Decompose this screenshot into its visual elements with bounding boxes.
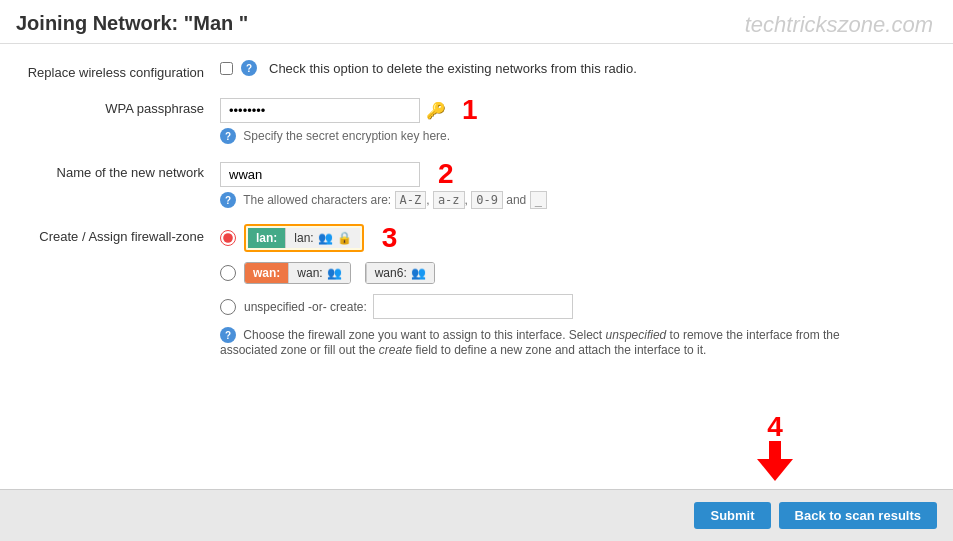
step-number-2: 2 — [438, 160, 454, 188]
replace-wireless-label: Replace wireless configuration — [20, 60, 220, 80]
firewall-options: lan: lan: 👥 🔒 3 wan: — [220, 224, 933, 319]
firewall-lan-option: lan: lan: 👥 🔒 3 — [220, 224, 933, 252]
wpa-help-text: ? Specify the secret encryption key here… — [220, 128, 933, 144]
wan6-iface-icon: 👥 — [411, 266, 426, 280]
wpa-passphrase-row: WPA passphrase 🔑 1 ? Specify the secret … — [20, 96, 933, 144]
replace-wireless-checkbox[interactable] — [220, 62, 233, 75]
page-title: Joining Network: "Man " — [16, 12, 248, 34]
arrow-head — [757, 459, 793, 481]
unspecified-text: unspecified -or- create: — [244, 300, 367, 314]
firewall-lan-radio[interactable] — [220, 230, 236, 246]
form-container: Replace wireless configuration ? Check t… — [0, 44, 953, 389]
step-number-1: 1 — [462, 96, 478, 124]
replace-wireless-help-text: Check this option to delete the existing… — [269, 61, 637, 76]
network-name-input-row: 2 — [220, 160, 933, 188]
lan-iface-icon1: 👥 — [318, 231, 333, 245]
firewall-unspecified-radio[interactable] — [220, 299, 236, 315]
lan-zone-item: lan: 👥 🔒 — [285, 228, 359, 248]
firewall-zone-row: Create / Assign firewall-zone lan: lan: … — [20, 224, 933, 357]
network-name-help-icon[interactable]: ? — [220, 192, 236, 208]
firewall-wan-box: wan: wan: 👥 — [244, 262, 351, 284]
firewall-help-icon[interactable]: ? — [220, 327, 236, 343]
firewall-zone-label: Create / Assign firewall-zone — [20, 224, 220, 244]
firewall-wan-radio[interactable] — [220, 265, 236, 281]
password-toggle-icon[interactable]: 🔑 — [426, 101, 446, 120]
wan6-zone-item: wan6: 👥 — [366, 263, 434, 283]
page-container: Joining Network: "Man " techtrickszone.c… — [0, 0, 953, 541]
unspecified-row: unspecified -or- create: — [244, 294, 573, 319]
network-name-help-text: ? The allowed characters are: A-Z, a-z, … — [220, 192, 933, 208]
network-name-row: Name of the new network 2 ? The allowed … — [20, 160, 933, 208]
red-arrow-down — [757, 441, 793, 481]
wpa-passphrase-input[interactable] — [220, 98, 420, 123]
firewall-wan-option: wan: wan: 👥 wan6: 👥 — [220, 262, 933, 284]
unspecified-create-input[interactable] — [373, 294, 573, 319]
network-name-input[interactable] — [220, 162, 420, 187]
wpa-help-icon[interactable]: ? — [220, 128, 236, 144]
lan-iface-icon2: 🔒 — [337, 231, 352, 245]
wan-iface-icon: 👥 — [327, 266, 342, 280]
watermark: techtrickszone.com — [745, 12, 933, 38]
arrow-stem — [769, 441, 781, 459]
submit-button[interactable]: Submit — [694, 502, 770, 529]
password-wrapper: 🔑 1 — [220, 96, 933, 124]
wan-zone-label: wan: — [245, 263, 288, 283]
firewall-unspecified-option: unspecified -or- create: — [220, 294, 933, 319]
replace-wireless-checkbox-row: ? Check this option to delete the existi… — [220, 60, 933, 76]
wpa-passphrase-label: WPA passphrase — [20, 96, 220, 116]
replace-wireless-help-icon[interactable]: ? — [241, 60, 257, 76]
lan-zone-label: lan: — [248, 228, 285, 248]
back-to-scan-button[interactable]: Back to scan results — [779, 502, 937, 529]
wan-zone-item: wan: 👥 — [288, 263, 349, 283]
replace-wireless-row: Replace wireless configuration ? Check t… — [20, 60, 933, 80]
page-header: Joining Network: "Man " techtrickszone.c… — [0, 0, 953, 44]
network-name-content: 2 ? The allowed characters are: A-Z, a-z… — [220, 160, 933, 208]
step-number-3: 3 — [382, 224, 398, 252]
firewall-help-text: ? Choose the firewall zone you want to a… — [220, 327, 900, 357]
firewall-wan6-box: wan6: 👥 — [365, 262, 435, 284]
step4-arrow: 4 — [757, 413, 793, 481]
wpa-passphrase-content: 🔑 1 ? Specify the secret encryption key … — [220, 96, 933, 144]
network-name-label: Name of the new network — [20, 160, 220, 180]
firewall-lan-box: lan: lan: 👥 🔒 — [244, 224, 364, 252]
page-footer: Submit Back to scan results — [0, 489, 953, 541]
firewall-zone-content: lan: lan: 👥 🔒 3 wan: — [220, 224, 933, 357]
replace-wireless-content: ? Check this option to delete the existi… — [220, 60, 933, 76]
